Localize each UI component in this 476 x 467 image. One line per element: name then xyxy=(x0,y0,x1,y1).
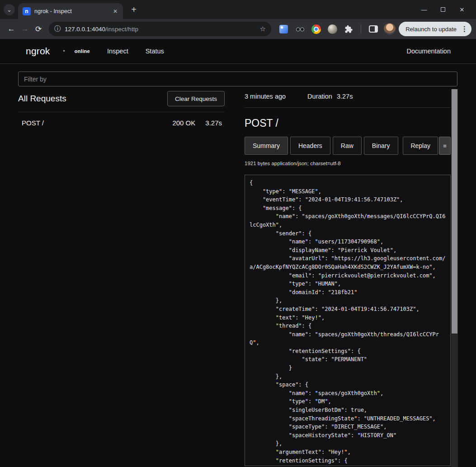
hamburger-icon: ≡ xyxy=(443,143,447,149)
tunnel-status-badge: online xyxy=(75,48,90,54)
request-duration: 3.27s xyxy=(205,119,222,127)
site-info-icon[interactable]: ⓘ xyxy=(54,25,61,33)
toolbar-divider xyxy=(361,25,361,33)
ngrok-logo[interactable]: ngrok xyxy=(26,46,50,57)
minimize-button[interactable]: — xyxy=(415,0,434,19)
duration-value: 3.27s xyxy=(337,93,353,100)
tab-headers[interactable]: Headers xyxy=(290,137,330,155)
request-status: 200 OK xyxy=(172,119,195,127)
body-meta-text: 1921 bytes application/json; charset=utf… xyxy=(245,161,451,166)
goggles-icon xyxy=(296,26,305,32)
address-bar[interactable]: ⓘ 127.0.0.1:4040/inspect/http ☆ xyxy=(49,22,271,36)
request-time-ago: 3 minutes ago xyxy=(245,93,286,100)
extension-image-icon[interactable] xyxy=(278,23,290,35)
side-panel-button[interactable] xyxy=(367,23,379,35)
browser-menu-kebab-icon[interactable]: ⋮ xyxy=(461,25,468,33)
request-detail-panel: 3 minutes ago Duration 3.27s POST / Summ… xyxy=(245,89,458,467)
detail-header: 3 minutes ago Duration 3.27s xyxy=(245,89,451,108)
request-row[interactable]: POST / 200 OK 3.27s xyxy=(18,112,225,133)
status-bullet-icon: • xyxy=(63,48,65,54)
requests-panel-header: All Requests Clear Requests xyxy=(18,89,225,112)
bookmark-star-icon[interactable]: ☆ xyxy=(260,25,266,33)
ngrok-inspect-page: ngrok • online Inspect Status Documentat… xyxy=(0,39,476,467)
ngrok-navbar: ngrok • online Inspect Status Documentat… xyxy=(0,39,476,64)
nav-link-status[interactable]: Status xyxy=(146,48,164,55)
replay-button[interactable]: Replay xyxy=(403,137,438,155)
request-title: POST / xyxy=(245,117,451,129)
tab-summary[interactable]: Summary xyxy=(245,137,288,155)
browser-toolbar: ← → ⟳ ⓘ 127.0.0.1:4040/inspect/http ☆ Re… xyxy=(0,19,476,39)
maximize-button[interactable] xyxy=(434,0,452,19)
side-panel-icon xyxy=(369,25,378,33)
relaunch-label: Relaunch to update xyxy=(405,26,457,33)
request-method-path: POST / xyxy=(22,119,172,127)
maximize-icon xyxy=(441,7,445,12)
url-path: /inspect/http xyxy=(105,26,138,33)
chrome-logo-icon xyxy=(311,24,321,34)
scrollbar-thumb[interactable] xyxy=(452,89,457,334)
avatar xyxy=(384,23,396,35)
new-tab-button[interactable]: + xyxy=(128,4,140,15)
clear-requests-button[interactable]: Clear Requests xyxy=(167,91,225,106)
duration-label: Duration xyxy=(307,93,332,100)
request-body-block: { "type": "MESSAGE", "eventTime": "2024-… xyxy=(245,175,451,466)
window-controls: — ✕ xyxy=(415,0,471,19)
tab-title: ngrok - Inspect xyxy=(34,8,108,14)
tab-search-button[interactable]: ⌄ xyxy=(4,4,15,15)
replay-split-button: Replay ≡ xyxy=(403,137,451,155)
forward-button[interactable]: → xyxy=(18,22,32,36)
browser-tab-strip: ⌄ n ngrok - Inspect ✕ + — ✕ xyxy=(0,0,476,19)
puzzle-icon xyxy=(344,25,353,33)
reload-button[interactable]: ⟳ xyxy=(32,22,45,36)
detail-scrollbar[interactable] xyxy=(451,89,458,467)
tab-close-icon[interactable]: ✕ xyxy=(111,7,119,15)
tab-binary[interactable]: Binary xyxy=(364,137,398,155)
nav-link-inspect[interactable]: Inspect xyxy=(107,48,128,55)
url-host: 127.0.0.1:4040 xyxy=(65,26,105,33)
extension-goggles-icon[interactable] xyxy=(294,23,306,35)
filter-input[interactable] xyxy=(18,71,457,86)
chevron-down-icon: ⌄ xyxy=(7,6,12,13)
back-button[interactable]: ← xyxy=(5,22,18,36)
profile-button[interactable] xyxy=(383,23,396,35)
url-text: 127.0.0.1:4040/inspect/http xyxy=(65,26,138,33)
browser-tab[interactable]: n ngrok - Inspect ✕ xyxy=(18,3,123,19)
requests-panel-title: All Requests xyxy=(18,94,66,104)
nav-link-documentation[interactable]: Documentation xyxy=(406,48,451,55)
extension-sphere-icon[interactable] xyxy=(326,23,339,35)
panel-gap xyxy=(225,89,245,467)
image-extension-icon xyxy=(279,25,288,33)
extensions-area xyxy=(278,23,396,35)
extensions-menu-button[interactable] xyxy=(343,23,355,35)
relaunch-to-update-button[interactable]: Relaunch to update ⋮ xyxy=(399,22,471,36)
sphere-icon xyxy=(328,24,337,34)
close-window-button[interactable]: ✕ xyxy=(452,0,471,19)
extension-chrome-icon[interactable] xyxy=(310,23,322,35)
detail-tabs-row: Summary Headers Raw Binary Replay ≡ xyxy=(245,137,451,155)
inspect-content: All Requests Clear Requests POST / 200 O… xyxy=(0,89,476,467)
ngrok-favicon: n xyxy=(23,7,31,15)
requests-panel: All Requests Clear Requests POST / 200 O… xyxy=(18,89,225,467)
request-body-json: { "type": "MESSAGE", "eventTime": "2024-… xyxy=(250,179,448,465)
tab-raw[interactable]: Raw xyxy=(333,137,362,155)
replay-menu-button[interactable]: ≡ xyxy=(439,137,451,155)
